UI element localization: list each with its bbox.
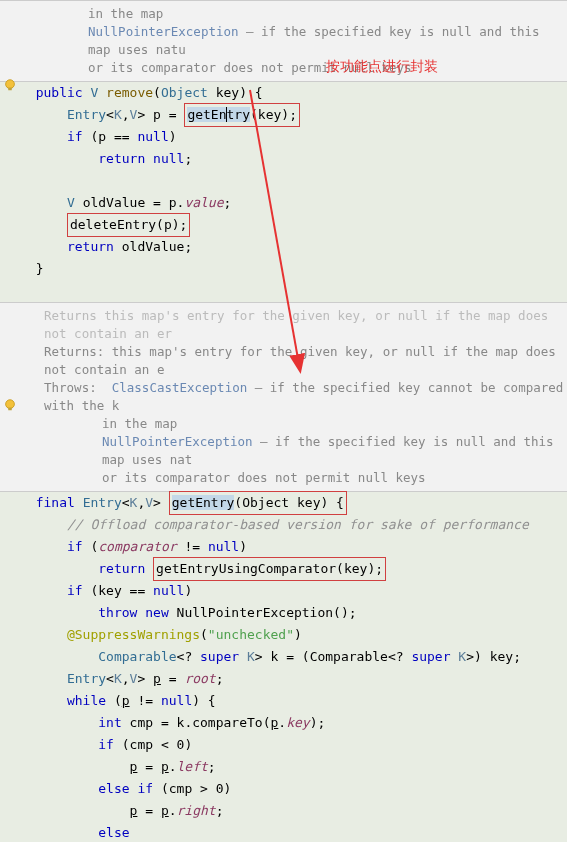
highlighted-call-getEntryUsingComparator: getEntryUsingComparator(key); xyxy=(153,557,386,581)
var-p: p xyxy=(161,803,169,818)
field-comparator: comparator xyxy=(98,539,176,554)
var-oldValue: oldValue xyxy=(83,195,146,210)
literal-zero: 0 xyxy=(216,781,224,796)
doc-null: null xyxy=(405,344,435,359)
kw-if: if xyxy=(98,737,114,752)
highlighted-call-getEntry: getEntry(key); xyxy=(184,103,300,127)
type-entry: Entry xyxy=(83,495,122,510)
param-key: key xyxy=(98,583,121,598)
var-p: p xyxy=(161,759,169,774)
field-left: left xyxy=(177,759,208,774)
method-remove[interactable]: public V remove(Object key) { Entry<K,V>… xyxy=(0,82,567,302)
type-npe: NullPointerException xyxy=(177,605,334,620)
kw-super: super xyxy=(411,649,450,664)
svg-rect-3 xyxy=(8,408,12,411)
param-key: key xyxy=(216,85,239,100)
kw-if: if xyxy=(67,129,83,144)
kw-return: return xyxy=(67,239,114,254)
generic-K: K xyxy=(114,671,122,686)
cast2: >) key; xyxy=(466,649,521,664)
type-object: Object xyxy=(161,85,208,100)
generic-K: K xyxy=(130,495,138,510)
annotation-text: 按功能点进行封装 xyxy=(326,58,438,76)
kw-null: null xyxy=(208,539,239,554)
var-p: p xyxy=(122,693,130,708)
kw-null: null xyxy=(153,151,184,166)
method-name: remove xyxy=(106,85,153,100)
doc-throws-label: Throws: xyxy=(44,380,97,395)
kw-null: null xyxy=(153,583,184,598)
var-p: p xyxy=(130,759,138,774)
kw-return: return xyxy=(98,151,145,166)
doc-exception: NullPointerException xyxy=(102,434,253,449)
kw-return: return xyxy=(98,561,145,576)
kw-else: else xyxy=(98,825,129,840)
var-p: p xyxy=(130,803,138,818)
intention-bulb-icon[interactable] xyxy=(3,78,17,92)
doc-text: or its comparator does not permit null k… xyxy=(102,470,426,485)
cast: (Comparable<? xyxy=(302,649,412,664)
doc-ghost: Returns this map's entry for the given k… xyxy=(44,308,556,341)
generic-V: V xyxy=(130,107,138,122)
string-unchecked: "unchecked" xyxy=(208,627,294,642)
kw-if: if xyxy=(137,781,153,796)
kw-new: new xyxy=(145,605,168,620)
generic-K: K xyxy=(247,649,255,664)
doc-exception: NullPointerException xyxy=(88,24,239,39)
var-p: p xyxy=(271,715,279,730)
doc-text: in the map xyxy=(102,416,177,431)
type-entry: Entry xyxy=(67,107,106,122)
field-root: root xyxy=(184,671,215,686)
kw-null: null xyxy=(137,129,168,144)
generic-K: K xyxy=(458,649,466,664)
field-value: value xyxy=(184,195,223,210)
kw-super: super xyxy=(200,649,239,664)
var-cmp: cmp xyxy=(130,715,153,730)
method-getEntry[interactable]: final Entry<K,V> getEntry(Object key) { … xyxy=(0,492,567,842)
kw-final: final xyxy=(36,495,75,510)
code-editor[interactable]: in the map NullPointerException – if the… xyxy=(0,0,567,842)
var-oldValue: oldValue xyxy=(122,239,185,254)
var-p: p xyxy=(153,671,161,686)
kw-int: int xyxy=(98,715,121,730)
field-right: right xyxy=(177,803,216,818)
comment: // Offload comparator-based version for … xyxy=(67,517,529,532)
doc-text: this map's entry for the given key, or xyxy=(104,344,405,359)
doc-exception: ClassCastException xyxy=(112,380,247,395)
kw-while: while xyxy=(67,693,106,708)
var-k: k xyxy=(271,649,279,664)
kw-if: if xyxy=(67,539,83,554)
svg-point-2 xyxy=(6,400,15,409)
kw-public: public xyxy=(36,85,83,100)
kw-else: else xyxy=(98,781,129,796)
javadoc-block-2: Returns this map's entry for the given k… xyxy=(0,302,567,492)
generic-K: K xyxy=(114,107,122,122)
type-V: V xyxy=(67,195,75,210)
type-comparable: Comparable xyxy=(98,649,176,664)
javadoc-block-1: in the map NullPointerException – if the… xyxy=(0,0,567,82)
field-key: key xyxy=(286,715,309,730)
kw-throw: throw xyxy=(98,605,137,620)
type-entry: Entry xyxy=(67,671,106,686)
kw-null: null xyxy=(161,693,192,708)
svg-rect-1 xyxy=(8,88,12,91)
type-V: V xyxy=(90,85,98,100)
doc-text: in the map xyxy=(88,6,163,21)
generic-V: V xyxy=(130,671,138,686)
svg-point-0 xyxy=(6,80,15,89)
method-compareTo: compareTo xyxy=(192,715,262,730)
var-p: p xyxy=(153,107,161,122)
generic-V: V xyxy=(145,495,153,510)
doc-returns-label: Returns: xyxy=(44,344,104,359)
kw-if: if xyxy=(67,583,83,598)
highlighted-call-deleteEntry: deleteEntry(p); xyxy=(67,213,190,237)
intention-bulb-icon[interactable] xyxy=(3,398,17,412)
highlighted-signature: getEntry(Object key) { xyxy=(169,491,347,515)
annotation-suppress: @SuppressWarnings xyxy=(67,627,200,642)
literal-zero: 0 xyxy=(177,737,185,752)
